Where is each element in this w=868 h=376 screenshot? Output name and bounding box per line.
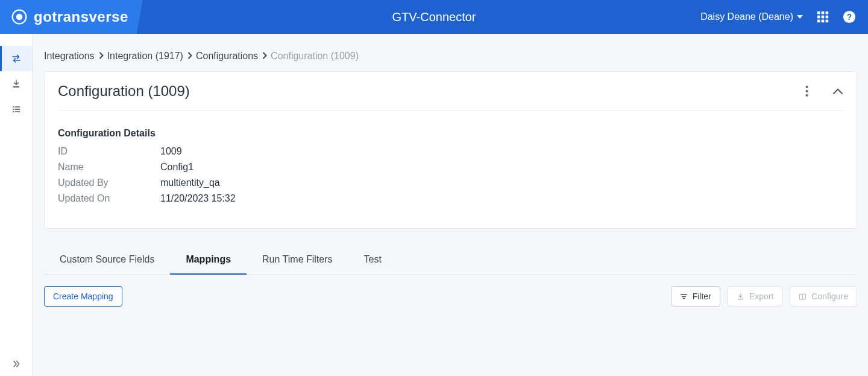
detail-value-updated-on: 11/20/2023 15:32: [160, 193, 843, 204]
details-grid: ID 1009 Name Config1 Updated By multient…: [58, 146, 843, 204]
download-icon: [737, 293, 744, 301]
detail-value-id: 1009: [160, 146, 843, 157]
filter-label: Filter: [693, 292, 711, 301]
breadcrumb-item-current: Configuration (1009): [271, 51, 359, 62]
configure-button[interactable]: Configure: [790, 286, 857, 307]
chevron-right-icon: [98, 51, 104, 62]
configuration-card: Configuration (1009) Configuration Detai…: [44, 71, 857, 229]
svg-rect-3: [822, 11, 825, 14]
list-icon: [11, 104, 21, 114]
svg-point-22: [806, 94, 808, 97]
svg-rect-8: [817, 20, 820, 23]
svg-rect-6: [822, 16, 825, 19]
detail-label-updated-on: Updated On: [58, 193, 160, 204]
detail-label-id: ID: [58, 146, 160, 157]
sidebar-item-download[interactable]: [0, 71, 33, 97]
create-mapping-button[interactable]: Create Mapping: [44, 286, 122, 307]
svg-rect-10: [826, 20, 829, 23]
sidebar-item-list[interactable]: [0, 97, 33, 122]
breadcrumb-item-2[interactable]: Configurations: [196, 51, 258, 62]
detail-value-updated-by: multientity_qa: [160, 177, 843, 188]
filter-icon: [680, 293, 688, 301]
apps-grid-icon[interactable]: [816, 10, 829, 24]
filter-button[interactable]: Filter: [671, 286, 720, 307]
brand-area: gotransverse: [0, 0, 128, 34]
svg-rect-19: [14, 111, 20, 112]
tab-run-time-filters[interactable]: Run Time Filters: [247, 246, 348, 275]
brand-name: gotransverse: [34, 8, 128, 25]
detail-value-name: Config1: [160, 162, 843, 173]
svg-point-1: [16, 14, 23, 21]
tab-mappings[interactable]: Mappings: [170, 246, 247, 275]
chevron-right-icon: [187, 51, 192, 62]
caret-down-icon: [797, 15, 803, 19]
svg-rect-17: [14, 109, 20, 110]
svg-rect-13: [13, 86, 20, 88]
columns-icon: [799, 293, 807, 301]
svg-text:?: ?: [847, 13, 852, 22]
breadcrumb: Integrations Integration (1917) Configur…: [44, 51, 857, 62]
brand-logo-text[interactable]: gotransverse: [11, 8, 128, 25]
svg-point-21: [806, 90, 808, 92]
svg-rect-9: [822, 20, 825, 23]
more-menu-button[interactable]: [805, 85, 808, 97]
svg-rect-7: [826, 16, 829, 19]
svg-rect-18: [13, 111, 14, 112]
tab-actions-row: Create Mapping Filter Export: [44, 275, 857, 307]
kebab-icon: [805, 85, 808, 97]
card-title: Configuration (1009): [58, 83, 190, 100]
svg-rect-23: [738, 298, 743, 299]
user-menu[interactable]: Daisy Deane (Deane): [700, 11, 803, 22]
breadcrumb-item-0[interactable]: Integrations: [44, 51, 95, 62]
help-icon[interactable]: ?: [843, 10, 856, 24]
svg-rect-2: [817, 11, 820, 14]
brand-logo-icon: [11, 8, 28, 25]
main-content: Integrations Integration (1917) Configur…: [33, 34, 868, 376]
svg-rect-4: [826, 11, 829, 14]
card-header: Configuration (1009): [58, 83, 843, 111]
detail-label-updated-by: Updated By: [58, 177, 160, 188]
download-icon: [11, 79, 21, 89]
transfer-icon: [11, 53, 22, 64]
chevron-right-icon: [262, 51, 267, 62]
tab-custom-source-fields[interactable]: Custom Source Fields: [44, 246, 170, 275]
section-title: Configuration Details: [58, 128, 843, 139]
detail-label-name: Name: [58, 162, 160, 173]
svg-rect-14: [13, 106, 14, 107]
header-right: Daisy Deane (Deane) ?: [700, 10, 868, 24]
chevron-double-right-icon: [11, 359, 21, 369]
svg-point-20: [806, 86, 808, 88]
tab-test[interactable]: Test: [348, 246, 397, 275]
top-header: gotransverse GTV-Connector Daisy Deane (…: [0, 0, 868, 34]
chevron-up-icon: [832, 88, 843, 95]
configure-label: Configure: [811, 292, 848, 301]
sidebar: [0, 34, 33, 376]
page-app-title: GTV-Connector: [392, 10, 476, 24]
collapse-card-button[interactable]: [832, 88, 843, 95]
tabs: Custom Source Fields Mappings Run Time F…: [44, 246, 857, 275]
export-button[interactable]: Export: [728, 286, 782, 307]
export-label: Export: [749, 292, 773, 301]
svg-rect-5: [817, 16, 820, 19]
svg-rect-15: [14, 106, 20, 107]
sidebar-expand-button[interactable]: [0, 352, 33, 376]
breadcrumb-item-1[interactable]: Integration (1917): [107, 51, 183, 62]
user-name: Daisy Deane (Deane): [700, 11, 793, 22]
svg-rect-16: [13, 109, 14, 110]
sidebar-item-integrations[interactable]: [0, 46, 33, 71]
